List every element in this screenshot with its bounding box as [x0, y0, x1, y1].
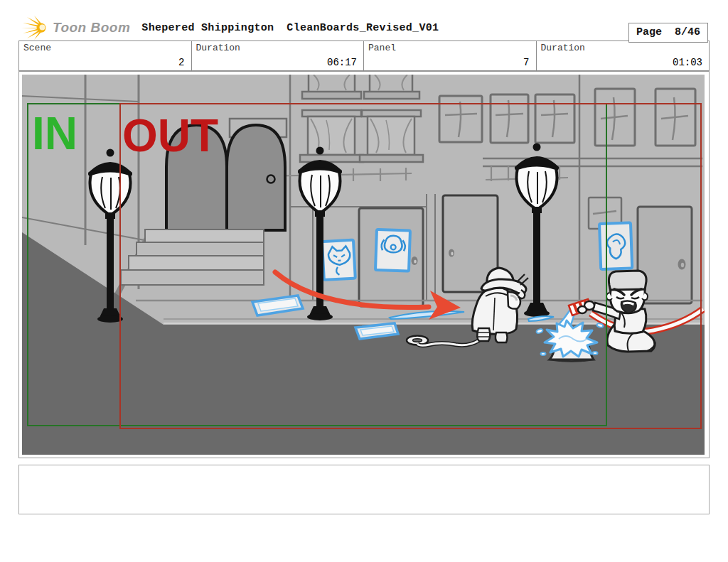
page-number-badge: Page 8/46 [628, 23, 708, 43]
scene-duration-value: 06:17 [196, 57, 360, 68]
out-marker-label: OUT [122, 110, 218, 161]
panel-cell: Panel 7 [364, 41, 537, 70]
scene-value: 2 [23, 57, 187, 68]
scene-duration-label: Duration [196, 43, 360, 53]
in-marker-label: IN [32, 108, 77, 159]
storyboard-page: Toon Boom Shepered Shippington CleanBoar… [0, 0, 728, 562]
file-name: CleanBoards_Revised_V01 [287, 22, 439, 34]
project-title: Shepered Shippington [141, 22, 274, 34]
storyboard-panel-frame: IN OUT [18, 71, 710, 458]
panel-label: Panel [368, 43, 532, 53]
scene-info-bar: Scene 2 Duration 06:17 Panel 7 Duration … [18, 40, 710, 71]
panel-duration-label: Duration [541, 43, 705, 53]
caption-box [18, 465, 710, 514]
scene-duration-cell: Duration 06:17 [192, 41, 365, 70]
panel-duration-value: 01:03 [541, 57, 705, 68]
scene-label: Scene [23, 43, 187, 53]
storyboard-drawing: IN OUT [22, 75, 705, 455]
scene-cell: Scene 2 [19, 41, 192, 70]
panel-duration-cell: Duration 01:03 [537, 41, 710, 70]
toonboom-logo-text: Toon Boom [53, 20, 130, 36]
header: Toon Boom Shepered Shippington CleanBoar… [0, 0, 728, 40]
toonboom-starburst-icon [21, 16, 48, 40]
panel-value: 7 [368, 57, 532, 68]
toonboom-logo: Toon Boom [21, 16, 130, 40]
